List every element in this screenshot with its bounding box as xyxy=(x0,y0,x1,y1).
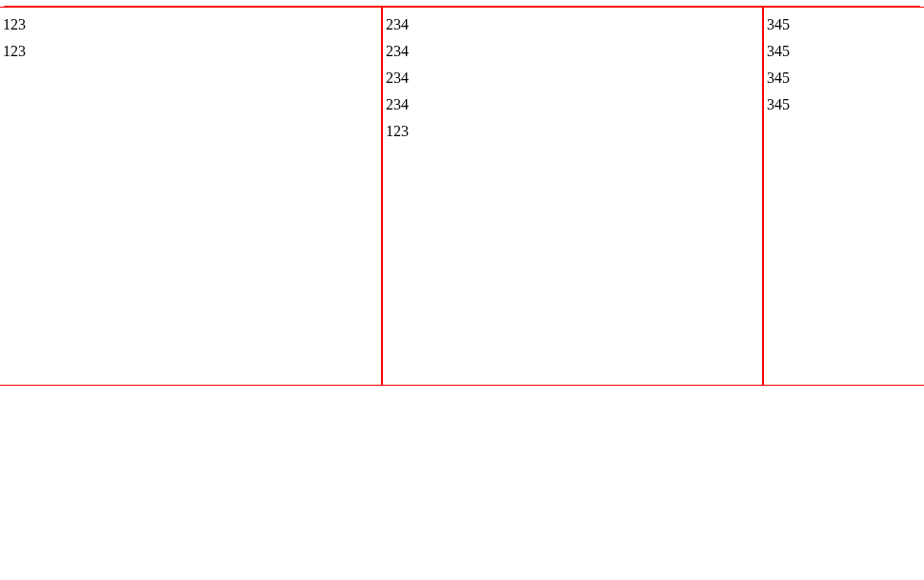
cell: 345 xyxy=(767,15,924,42)
cell: 345 xyxy=(767,95,924,122)
cell: 345 xyxy=(767,69,924,95)
cell: 234 xyxy=(386,69,762,95)
cell: 234 xyxy=(386,42,762,69)
column-2: 234 234 234 234 123 xyxy=(381,8,762,385)
column-1: 123 123 xyxy=(0,8,381,385)
columns-container: 123 123 234 234 234 234 123 345 345 345 … xyxy=(0,8,924,386)
top-border-inner xyxy=(4,0,920,7)
cell: 234 xyxy=(386,95,762,122)
cell: 234 xyxy=(386,15,762,42)
column-3: 345 345 345 345 xyxy=(762,8,924,385)
cell: 345 xyxy=(767,42,924,69)
cell: 123 xyxy=(3,15,381,42)
top-border-outer xyxy=(0,0,924,8)
cell: 123 xyxy=(386,122,762,149)
cell: 123 xyxy=(3,42,381,69)
